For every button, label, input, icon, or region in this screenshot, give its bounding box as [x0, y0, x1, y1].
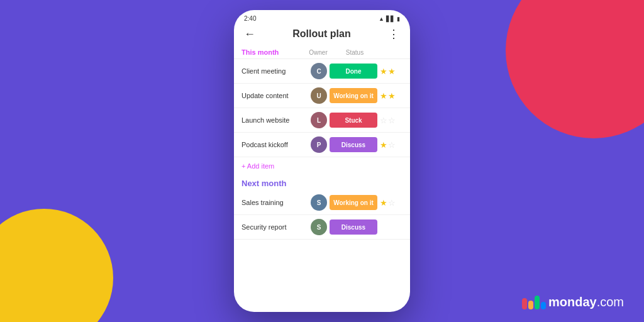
- avatar: P: [311, 136, 327, 153]
- task-name: Security report: [242, 223, 311, 231]
- avatar: U: [311, 87, 327, 104]
- battery-icon: ▮: [397, 16, 400, 22]
- stars-cell: ☆☆: [380, 116, 402, 125]
- status-badge[interactable]: Working on it: [330, 195, 377, 210]
- task-name: Podcast kickoff: [242, 141, 311, 148]
- more-menu-button[interactable]: ⋮: [388, 27, 400, 41]
- star-filled[interactable]: ★: [388, 67, 396, 76]
- bg-red-circle: [506, 0, 644, 138]
- signal-icon: ▋▋: [386, 16, 395, 22]
- table-row[interactable]: Launch websiteLStuck☆☆: [234, 108, 410, 133]
- star-filled[interactable]: ★: [388, 91, 396, 101]
- stars-cell: ★☆: [380, 140, 402, 150]
- avatar: S: [311, 194, 327, 211]
- table-row[interactable]: Podcast kickoffPDiscuss★☆: [234, 133, 410, 157]
- app-header: ← Rollout plan ⋮: [234, 25, 410, 46]
- stars-cell: ★★: [380, 91, 402, 101]
- avatar: C: [311, 63, 327, 79]
- add-item-button[interactable]: + Add item: [234, 157, 410, 175]
- next-month-section-label: Next month: [234, 175, 410, 191]
- task-name: Update content: [242, 92, 311, 99]
- table-row[interactable]: Update contentUWorking on it★★: [234, 84, 410, 108]
- star-filled[interactable]: ★: [380, 140, 387, 150]
- star-empty[interactable]: ☆: [388, 116, 396, 125]
- back-button[interactable]: ←: [244, 28, 255, 41]
- stars-cell: ★☆: [380, 198, 402, 208]
- status-badge[interactable]: Done: [330, 64, 377, 79]
- logo-bars: [522, 296, 546, 309]
- phone-wrapper: 2:40 ▲ ▋▋ ▮ ← Rollout plan ⋮ This month …: [234, 10, 410, 312]
- column-headers: This month Owner Status: [234, 46, 410, 59]
- logo-bar-2: [528, 301, 533, 309]
- avatar: L: [311, 112, 327, 128]
- star-filled[interactable]: ★: [380, 67, 387, 76]
- table-row[interactable]: Client meetingCDone★★: [234, 59, 410, 84]
- table-row[interactable]: Sales trainingSWorking on it★☆: [234, 191, 410, 215]
- star-empty[interactable]: ☆: [388, 140, 396, 150]
- status-icons: ▲ ▋▋ ▮: [379, 16, 400, 22]
- owner-col-label: Owner: [307, 49, 330, 56]
- star-filled[interactable]: ★: [380, 198, 387, 208]
- status-col-label: Status: [330, 49, 380, 56]
- this-month-col-label: This month: [242, 48, 279, 56]
- time-label: 2:40: [244, 15, 256, 22]
- tasks-next-month-section: Sales trainingSWorking on it★☆Security r…: [234, 191, 410, 240]
- task-name: Launch website: [242, 116, 311, 124]
- monday-logo: monday.com: [522, 295, 624, 309]
- status-badge[interactable]: Stuck: [330, 113, 377, 128]
- tasks-this-month-section: Client meetingCDone★★Update contentUWork…: [234, 59, 410, 157]
- page-title: Rollout plan: [292, 28, 350, 40]
- star-empty[interactable]: ☆: [388, 198, 396, 208]
- logo-text: monday.com: [548, 295, 624, 309]
- task-name: Sales training: [242, 199, 311, 206]
- wifi-icon: ▲: [379, 16, 384, 22]
- status-badge[interactable]: Working on it: [330, 88, 377, 103]
- star-filled[interactable]: ★: [380, 91, 387, 101]
- star-empty[interactable]: ☆: [380, 116, 387, 125]
- logo-bar-3: [535, 296, 540, 309]
- stars-cell: ★★: [380, 67, 402, 76]
- status-badge[interactable]: Discuss: [330, 219, 377, 235]
- task-name: Client meeting: [242, 67, 311, 75]
- logo-bar-1: [522, 298, 527, 309]
- status-badge[interactable]: Discuss: [330, 137, 377, 152]
- table-row[interactable]: Security reportSDiscuss: [234, 215, 410, 240]
- logo-bar-4: [541, 302, 546, 309]
- avatar: S: [311, 219, 327, 235]
- bg-yellow-circle: [0, 209, 113, 322]
- phone: 2:40 ▲ ▋▋ ▮ ← Rollout plan ⋮ This month …: [234, 10, 410, 312]
- status-bar: 2:40 ▲ ▋▋ ▮: [234, 10, 410, 25]
